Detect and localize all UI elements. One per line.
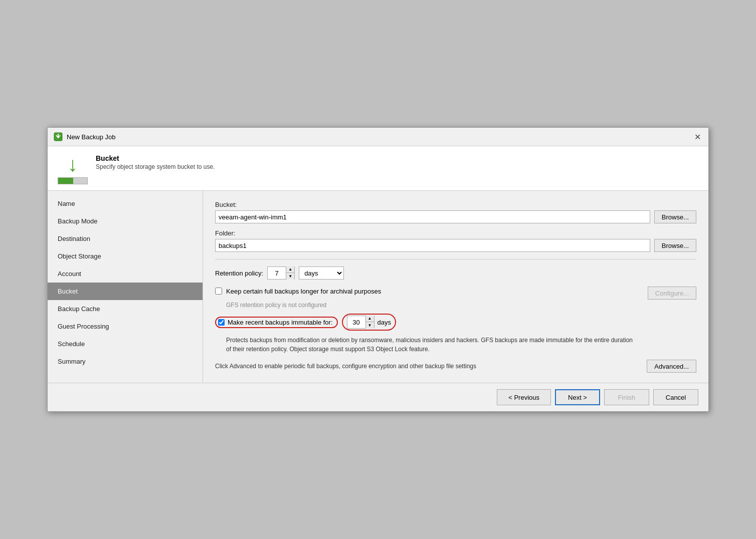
immutable-spinner: ▲ ▼ [347, 316, 374, 329]
bucket-browse-button[interactable]: Browse... [654, 210, 696, 223]
close-button[interactable]: ✕ [692, 132, 702, 142]
dialog-icon [54, 132, 63, 141]
keep-backups-row: Keep certain full backups longer for arc… [215, 287, 696, 300]
bucket-label: Bucket: [215, 201, 696, 208]
title-bar: New Backup Job ✕ [48, 128, 708, 146]
sidebar-item-summary[interactable]: Summary [48, 353, 203, 370]
bucket-input-row: Browse... [215, 210, 696, 223]
header-section: ↓ Bucket Specify object storage system b… [48, 146, 708, 191]
configure-button[interactable]: Configure... [648, 287, 696, 300]
folder-group: Folder: Browse... [215, 229, 696, 252]
cancel-button[interactable]: Cancel [653, 389, 698, 405]
dialog-title: New Backup Job [67, 133, 116, 141]
retention-increment-button[interactable]: ▲ [286, 266, 294, 273]
header-title: Bucket [96, 154, 215, 162]
progress-bar [58, 177, 88, 184]
keep-backups-checkbox[interactable] [215, 288, 222, 295]
dialog: New Backup Job ✕ ↓ Bucket Specify object… [47, 127, 709, 412]
folder-label: Folder: [215, 229, 696, 237]
immutable-checkbox[interactable] [218, 319, 225, 326]
immutable-label: Make recent backups immutable for: [228, 319, 333, 326]
folder-input-row: Browse... [215, 239, 696, 252]
immutable-description: Protects backups from modification or de… [226, 336, 637, 354]
immutable-value-input[interactable] [347, 316, 365, 328]
sidebar-item-backup-cache[interactable]: Backup Cache [48, 300, 203, 318]
download-arrow-icon: ↓ [68, 154, 78, 174]
main-content: Name Backup Mode Destination Object Stor… [48, 191, 708, 383]
immutable-row: Make recent backups immutable for: ▲ ▼ d… [215, 314, 696, 331]
retention-spinner: ▲ ▼ [267, 266, 295, 280]
retention-label: Retention policy: [215, 270, 263, 277]
footer: < Previous Next > Finish Cancel [48, 383, 708, 411]
bucket-input[interactable] [215, 210, 650, 223]
advanced-button[interactable]: Advanced... [647, 360, 696, 373]
header-top: ↓ Bucket Specify object storage system b… [58, 154, 698, 184]
advanced-text: Click Advanced to enable periodic full b… [215, 362, 476, 371]
immutable-unit-label: days [377, 319, 391, 326]
sidebar: Name Backup Mode Destination Object Stor… [48, 191, 203, 383]
sidebar-item-schedule[interactable]: Schedule [48, 335, 203, 353]
retention-row: Retention policy: ▲ ▼ days weeks months [215, 266, 696, 280]
sidebar-item-backup-mode[interactable]: Backup Mode [48, 212, 203, 230]
sidebar-item-name[interactable]: Name [48, 195, 203, 212]
immutable-increment-button[interactable]: ▲ [366, 316, 374, 322]
retention-decrement-button[interactable]: ▼ [286, 273, 294, 280]
divider1 [215, 259, 696, 259]
immutable-decrement-button[interactable]: ▼ [366, 322, 374, 329]
folder-browse-button[interactable]: Browse... [654, 239, 696, 252]
sidebar-item-object-storage[interactable]: Object Storage [48, 247, 203, 265]
sidebar-item-bucket[interactable]: Bucket [48, 283, 203, 300]
header-icon-area: ↓ [58, 154, 88, 184]
immutable-checkbox-oval: Make recent backups immutable for: [215, 317, 338, 328]
sidebar-item-account[interactable]: Account [48, 265, 203, 283]
title-bar-left: New Backup Job [54, 132, 116, 141]
progress-bar-fill [58, 178, 73, 184]
finish-button[interactable]: Finish [604, 389, 649, 405]
sidebar-item-destination[interactable]: Destination [48, 230, 203, 247]
keep-backups-label: Keep certain full backups longer for arc… [226, 288, 381, 295]
header-text: Bucket Specify object storage system buc… [96, 154, 215, 170]
sidebar-item-guest-processing[interactable]: Guest Processing [48, 318, 203, 335]
gfs-note: GFS retention policy is not configured [226, 302, 696, 309]
content-area: Bucket: Browse... Folder: Browse... Rete… [203, 191, 708, 383]
immutable-spinner-buttons: ▲ ▼ [365, 316, 374, 329]
retention-spinner-buttons: ▲ ▼ [286, 266, 294, 280]
header-subtitle: Specify object storage system bucket to … [96, 163, 215, 170]
retention-value-input[interactable] [268, 267, 286, 279]
bucket-group: Bucket: Browse... [215, 201, 696, 223]
previous-button[interactable]: < Previous [497, 389, 551, 405]
immutable-days-oval: ▲ ▼ days [342, 314, 396, 331]
next-button[interactable]: Next > [555, 389, 600, 405]
folder-input[interactable] [215, 239, 650, 252]
retention-unit-select[interactable]: days weeks months [299, 266, 344, 280]
advanced-row: Click Advanced to enable periodic full b… [215, 360, 696, 373]
keep-checkbox-row: Keep certain full backups longer for arc… [215, 288, 381, 295]
